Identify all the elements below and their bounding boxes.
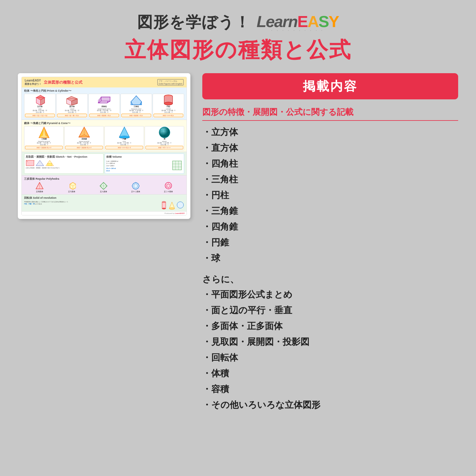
svg-rect-40 [26,160,34,166]
logo-dots: · · · · · · · · · · [271,28,324,32]
tri-pyr-data: 面の数：4 辺の数：6頂点の数：4 [25,142,63,146]
shapes-list: 立方体 直方体 四角柱 三角柱 円柱 三角錐 四角錐 円錐 球 [202,124,458,266]
tri-pyr-formula: 体積 = 底面積×高さ÷3 [25,146,63,149]
sketch-section: 見取図・展開図・投影図 Sketch・Net・Projection 立体を見取図… [24,154,104,174]
cube-poly: 正六面体 [68,182,76,193]
list-item-chokousei: 直方体 [202,140,458,156]
sphere-icon [145,127,183,138]
tri-pyr-jp: 三角錐 [25,138,63,140]
info-badge: 掲載内容 [202,73,458,99]
svg-marker-19 [131,96,142,105]
sketch-shapes [26,160,102,166]
sq-pyr-formula: 体積 = 底面積×高さ÷3 [65,146,103,149]
svg-marker-36 [119,127,129,137]
quad-prism-jp: 四角柱 [89,105,119,108]
shape-cone-box: 円錐 cone 面の数：2 辺の数：0頂点の数：1 体積 = π×r²×高さ÷3 [104,126,144,151]
shape-cuboid-box: 直方体 cuboid 面の数：6 辺の数：12頂点の数：8 体積 = 縦 × 横… [56,94,88,118]
tri-pyr-icon [25,127,63,138]
sphere-formula: 体積 = 4/3 × π × r³ [145,146,183,149]
pyramid-shape-row: 三角錐 triangular pyramid 面の数：4 辺の数：6頂点の数：4… [24,126,184,151]
produced-by: Produced by LearnEASY [22,212,187,215]
octa: 正八面体 [99,182,108,193]
logo: LearnEASY [256,12,339,31]
revolution-shapes [160,201,184,210]
list-item-shikakuchuu: 四角柱 [202,156,458,172]
volume-section: 体積 Volume 1 ml = 1000000 ul 1 l = 1000 m… [105,154,184,174]
content-row: LearnEASY図形を学ぼう！ 立体図形の種類と公式 プチ・バイリンガルSol… [18,73,458,413]
polyhedra-row: 正四面体 正六面体 正八面体 正十二面体 [24,182,184,193]
revolution-header: 回転体 Solid of revolution [24,196,184,200]
revolution-band: 回転体 Solid of revolution 平面図形を直線を軸にして1回転さ… [22,195,187,212]
poster-inner: LearnEASY図形を学ぼう！ 立体図形の種類と公式 プチ・バイリンガルSol… [21,77,187,215]
shape-tri-pyr-box: 三角錐 triangular pyramid 面の数：4 辺の数：6頂点の数：4… [24,126,64,151]
list-item-ensui: 円錐 [202,235,458,250]
shape-cube-box: 立方体 cube 面の数：6 辺の数：12頂点の数：8 体積 = 1辺 × 1辺… [24,94,56,118]
bottom-grid: 見取図・展開図・投影図 Sketch・Net・Projection 立体を見取図… [24,154,184,174]
svg-point-69 [169,208,175,209]
volume-content: 1 ml = 1000000 ul 1 l = 1000 ml 1 kl = 1… [106,160,183,172]
list-item-sankakuchuu: 三角柱 [202,172,458,187]
svg-point-62 [165,182,172,189]
svg-rect-46 [173,161,181,170]
svg-point-24 [164,102,173,105]
shape-cylinder-box: 円柱 cylinder 面の数：3 辺の数：0頂点の数：0 体積 = π×r²×… [153,94,184,118]
main-title: 立体図形の種類と公式 [124,36,352,64]
cylinder-icon [154,95,183,105]
extra-section: さらに、 平面図形公式まとめ 面と辺の平行・垂直 多面体・正多面体 見取図・展開… [202,273,458,413]
cube-icon [25,95,55,105]
volume-header: 体積 Volume [106,155,183,159]
polyhedra-header: 三多面体 Regular Polyhedra [24,177,184,181]
bottom-band: 見取図・展開図・投影図 Sketch・Net・Projection 立体を見取図… [22,152,187,176]
poster-badge: プチ・バイリンガルSolid Figures with English [157,79,184,85]
sarani-label: さらに、 [202,273,458,286]
svg-rect-65 [162,202,166,209]
revolution-row: 平面図形を直線を軸にして1回転させてできる立体を回転体という 円柱・円錐・球など… [24,201,184,210]
extra-item-6: 容積 [202,381,458,397]
shape-tri-prism-box: 三角柱 triangular prism 面の数：5 辺の数：9頂点の数：6 体… [120,94,152,118]
list-item-enchuu: 円柱 [202,187,458,203]
quad-prism-icon [89,95,119,105]
quad-prism-formula: 体積 = 底面積 × 高さ [89,114,119,117]
page-header: 図形を学ぼう！ LearnEASY · · · · · · · · · · [18,12,458,33]
extra-item-7: その他いろいろな立体図形 [202,397,458,413]
cuboid-formula: 体積 = 縦 × 横 × 高さ [57,114,87,117]
poster-title: 立体図形の種類と公式 [44,80,155,85]
list-item-rikkousei: 立方体 [202,124,458,140]
cone-icon [105,127,143,138]
volume-cube-visual [171,160,183,172]
cube-data: 面の数：6 辺の数：12頂点の数：8 [25,110,55,113]
sphere-jp: 球 [145,138,183,140]
tri-prism-jp: 三角柱 [121,105,151,108]
poster-header: LearnEASY図形を学ぼう！ 立体図形の種類と公式 プチ・バイリンガルSol… [22,77,187,87]
icosa: 正二十面体 [164,182,173,193]
svg-point-70 [177,202,184,208]
svg-point-66 [162,201,166,203]
shape-sq-pyr-box: 四角錐 square pyramid 面の数：5 辺の数：8頂点の数：5 体積 … [64,126,104,151]
revolution-text: 平面図形を直線を軸にして1回転させてできる立体を回転体という 円柱・円錐・球など… [24,201,159,210]
shape-quad-prism-box: 四角柱 quadrangular prism 面の数：6 辺の数：12頂点の数：… [88,94,120,118]
pyramid-header: 錐体 〜角錐と円錐 Pyramid & Cone〜 [24,121,184,125]
header-title: 図形を学ぼう！ [137,12,250,33]
volume-formulas: 1 ml = 1000000 ul 1 l = 1000 ml 1 kl = 1… [106,160,118,172]
extra-item-5: 体積 [202,366,458,381]
extra-item-3: 見取図・展開図・投影図 [202,334,458,350]
cuboid-data: 面の数：6 辺の数：12頂点の数：8 [57,110,87,113]
sq-pyr-icon [65,127,103,138]
list-item-sankakusui: 三角錐 [202,203,458,219]
dodeca: 正十二面体 [131,182,140,193]
sketch-text: 立体を見取図・展開図・投影図で表す方法を学ぼう [26,167,102,169]
cube-formula: 体積 = 1辺 × 1辺 × 1辺 [25,114,55,117]
svg-point-37 [159,127,170,138]
sphere-data: 面の数：1 辺の数：0頂点の数：0 [145,142,183,146]
cube-jp: 立方体 [25,105,55,108]
prism-shape-row: 立方体 cube 面の数：6 辺の数：12頂点の数：8 体積 = 1辺 × 1辺… [24,94,184,118]
list-item-tama: 球 [202,250,458,266]
poster-logo: LearnEASY図形を学ぼう！ [25,79,41,86]
logo-wrap: LearnEASY · · · · · · · · · · [256,12,339,32]
extra-item-0: 平面図形公式まとめ [202,287,458,303]
polyhedra-band: 三多面体 Regular Polyhedra 正四面体 正六面体 正八面体 [22,176,187,195]
cylinder-formula: 体積 = π×r²×高さ [154,114,183,117]
tri-prism-data: 面の数：5 辺の数：9頂点の数：6 [121,110,151,113]
cuboid-jp: 直方体 [57,105,87,108]
cuboid-icon [57,95,87,105]
